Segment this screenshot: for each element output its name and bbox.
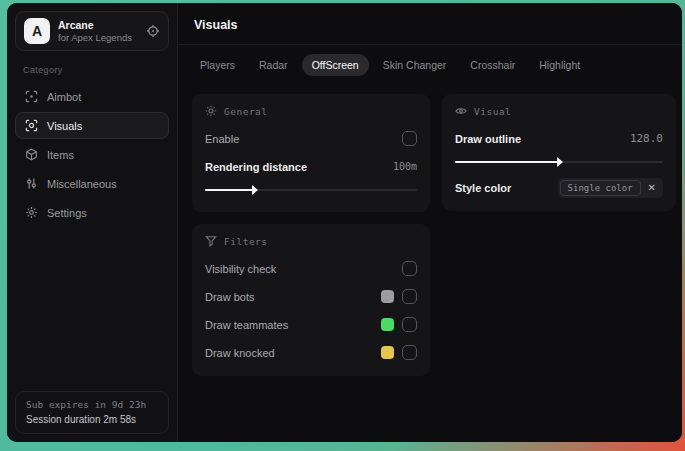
filters-panel: Filters Visibility check Draw bots xyxy=(192,224,430,376)
draw-outline-value: 128.0 xyxy=(630,132,663,145)
rendering-distance-label: Rendering distance xyxy=(205,161,307,173)
aimbot-crosshair-icon xyxy=(25,90,38,103)
draw-knocked-color-swatch[interactable] xyxy=(381,346,394,359)
tab-bar: Players Radar OffScreen Skin Changer Cro… xyxy=(178,45,682,82)
visibility-check-label: Visibility check xyxy=(205,263,276,275)
tab-offscreen[interactable]: OffScreen xyxy=(302,54,369,76)
content-area: General Enable Rendering distance 100m xyxy=(178,82,682,388)
visibility-check-checkbox[interactable] xyxy=(402,261,417,276)
tab-crosshair[interactable]: Crosshair xyxy=(460,54,525,76)
rendering-distance-slider[interactable] xyxy=(205,184,417,196)
sidebar-section-label: Category xyxy=(23,65,169,75)
draw-bots-label: Draw bots xyxy=(205,291,255,303)
scan-eye-icon xyxy=(25,119,38,132)
sidebar: A Arcane for Apex Legends Category xyxy=(7,3,178,442)
sidebar-item-label: Items xyxy=(47,149,74,161)
enable-row: Enable xyxy=(205,128,417,149)
tab-radar[interactable]: Radar xyxy=(249,54,298,76)
slider-thumb[interactable] xyxy=(557,157,563,167)
draw-knocked-row: Draw knocked xyxy=(205,342,417,363)
subscription-card: Sub expires in 9d 23h Session duration 2… xyxy=(15,391,169,434)
style-color-select[interactable]: Single color ✕ xyxy=(558,178,663,198)
close-icon[interactable]: ✕ xyxy=(648,183,656,193)
visibility-check-row: Visibility check xyxy=(205,258,417,279)
draw-outline-slider[interactable] xyxy=(455,156,663,168)
draw-teammates-label: Draw teammates xyxy=(205,319,288,331)
session-duration-text: Session duration 2m 58s xyxy=(26,414,158,425)
draw-outline-label: Draw outline xyxy=(455,133,521,145)
sub-expires-text: Sub expires in 9d 23h xyxy=(26,399,158,410)
style-color-row: Style color Single color ✕ xyxy=(455,177,663,198)
app-logo: A xyxy=(24,18,50,44)
crosshair-icon[interactable] xyxy=(146,24,160,38)
page-title: Visuals xyxy=(194,18,674,32)
draw-knocked-label: Draw knocked xyxy=(205,347,275,359)
package-icon xyxy=(25,148,38,161)
panel-title: General xyxy=(224,106,268,117)
style-color-label: Style color xyxy=(455,182,511,194)
enable-label: Enable xyxy=(205,133,239,145)
rendering-distance-value: 100m xyxy=(393,161,417,172)
sidebar-item-items[interactable]: Items xyxy=(15,141,169,168)
style-color-value: Single color xyxy=(560,180,641,196)
main-content: Visuals Players Radar OffScreen Skin Cha… xyxy=(178,3,682,442)
main-header: Visuals xyxy=(178,3,682,45)
gear-icon xyxy=(25,206,38,219)
sidebar-item-settings[interactable]: Settings xyxy=(15,199,169,226)
slider-thumb[interactable] xyxy=(252,185,258,195)
sidebar-item-visuals[interactable]: Visuals xyxy=(15,112,169,139)
enable-checkbox[interactable] xyxy=(402,131,417,146)
draw-teammates-row: Draw teammates xyxy=(205,314,417,335)
panel-title: Visual xyxy=(474,106,511,117)
sidebar-item-label: Settings xyxy=(47,207,87,219)
app-title: Arcane xyxy=(58,19,138,32)
draw-outline-row: Draw outline 128.0 xyxy=(455,128,663,149)
sliders-icon xyxy=(25,177,38,190)
rendering-distance-row: Rendering distance 100m xyxy=(205,156,417,177)
brand-card: A Arcane for Apex Legends xyxy=(15,11,169,51)
general-panel: General Enable Rendering distance 100m xyxy=(192,94,430,212)
panel-title: Filters xyxy=(224,236,268,247)
tab-players[interactable]: Players xyxy=(190,54,245,76)
app-subtitle: for Apex Legends xyxy=(58,32,138,44)
draw-bots-checkbox[interactable] xyxy=(402,289,417,304)
draw-teammates-color-swatch[interactable] xyxy=(381,318,394,331)
sidebar-item-label: Aimbot xyxy=(47,91,81,103)
visual-panel: Visual Draw outline 128.0 Style color xyxy=(442,94,676,211)
sidebar-item-label: Visuals xyxy=(47,120,82,132)
draw-knocked-checkbox[interactable] xyxy=(402,345,417,360)
draw-teammates-checkbox[interactable] xyxy=(402,317,417,332)
draw-bots-row: Draw bots xyxy=(205,286,417,307)
funnel-icon xyxy=(205,235,217,247)
app-window: A Arcane for Apex Legends Category xyxy=(7,3,682,442)
tab-highlight[interactable]: Highlight xyxy=(529,54,590,76)
sidebar-item-miscellaneous[interactable]: Miscellaneous xyxy=(15,170,169,197)
sun-icon xyxy=(205,105,217,117)
sidebar-nav: Aimbot Visuals Items xyxy=(15,83,169,226)
eye-icon xyxy=(455,105,467,117)
sidebar-item-label: Miscellaneous xyxy=(47,178,117,190)
sidebar-item-aimbot[interactable]: Aimbot xyxy=(15,83,169,110)
draw-bots-color-swatch[interactable] xyxy=(381,290,394,303)
tab-skin-changer[interactable]: Skin Changer xyxy=(373,54,457,76)
